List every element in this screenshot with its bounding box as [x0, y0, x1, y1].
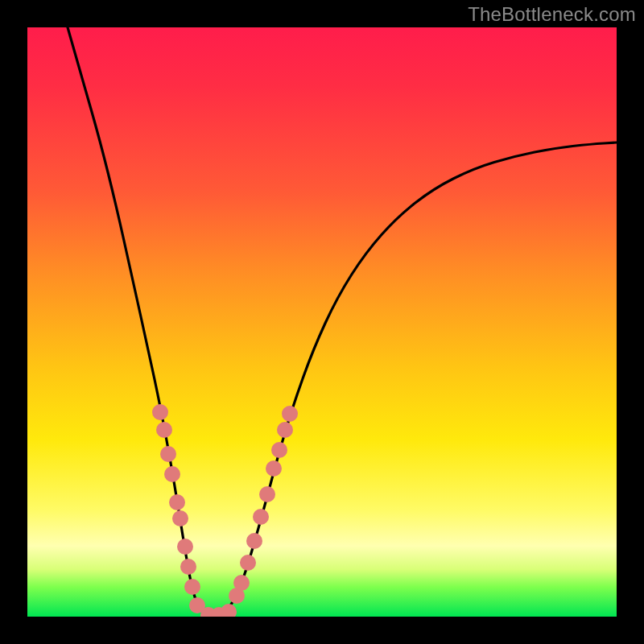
curve-dot — [221, 604, 237, 617]
chart-frame: TheBottleneck.com — [0, 0, 644, 644]
curve-dot — [282, 406, 298, 422]
curve-dot — [259, 486, 275, 502]
curve-dot — [277, 422, 293, 438]
curve-dot — [156, 422, 172, 438]
curve-dot — [266, 460, 282, 477]
curve-dot — [240, 555, 256, 571]
watermark-text: TheBottleneck.com — [468, 3, 636, 26]
curve-dot — [253, 509, 269, 525]
curve-dot — [164, 466, 180, 482]
curve-dot — [271, 442, 287, 458]
plot-area — [27, 27, 617, 617]
curve-dot — [184, 579, 200, 595]
curve-dot — [152, 404, 168, 420]
bottleneck-curve-svg — [27, 27, 617, 617]
curve-dot — [169, 494, 185, 510]
curve-dot — [246, 533, 262, 549]
curve-dot — [180, 559, 196, 575]
curve-dot — [177, 539, 193, 555]
curve-dots-group — [152, 404, 298, 617]
curve-dot — [233, 575, 250, 591]
curve-dot — [160, 446, 176, 462]
curve-dot — [172, 510, 188, 526]
bottleneck-curve — [68, 27, 617, 614]
